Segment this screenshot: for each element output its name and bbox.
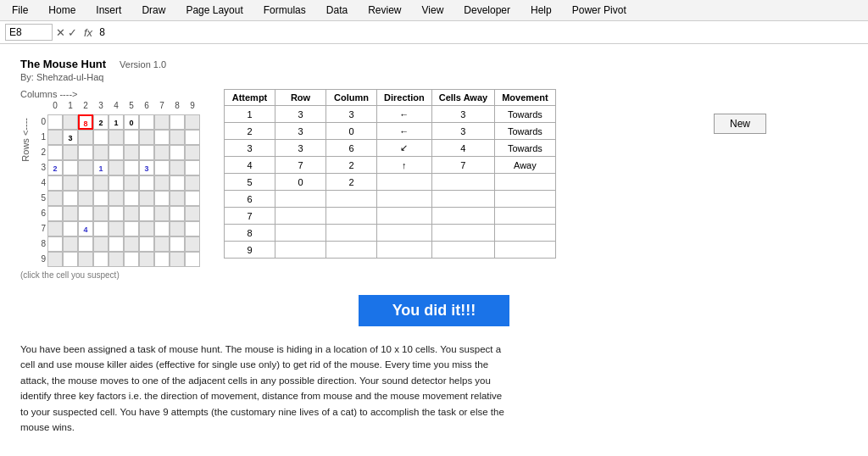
table-cell-r3-c3[interactable]: ↑ [377,157,432,174]
menu-review[interactable]: Review [363,3,406,18]
grid-cell-r5-c8[interactable] [170,191,185,206]
table-cell-r3-c0[interactable]: 4 [225,157,275,174]
table-cell-r5-c3[interactable] [377,191,432,208]
table-cell-r8-c5[interactable] [495,242,555,259]
table-cell-r4-c5[interactable] [495,174,555,191]
table-cell-r4-c0[interactable]: 5 [225,174,275,191]
grid-cell-r6-c3[interactable] [93,206,108,221]
table-cell-r4-c3[interactable] [377,174,432,191]
grid-cell-r5-c3[interactable] [93,191,108,206]
grid-cell-r2-c8[interactable] [170,145,185,160]
grid-cell-r9-c8[interactable] [170,252,185,267]
table-cell-r3-c4[interactable]: 7 [431,157,494,174]
menu-file[interactable]: File [7,3,33,18]
grid-cell-r9-c2[interactable] [78,252,93,267]
grid-cell-r9-c4[interactable] [108,252,124,267]
grid-cell-r6-c9[interactable] [185,206,200,221]
grid-cell-r4-c5[interactable] [124,175,139,191]
table-cell-r7-c3[interactable] [377,225,432,242]
grid-cell-r2-c6[interactable] [139,145,154,160]
grid-cell-r9-c0[interactable] [47,252,63,267]
table-cell-r0-c1[interactable]: 3 [275,106,326,123]
grid-cell-r3-c9[interactable] [185,160,200,175]
grid-cell-r2-c4[interactable] [108,145,124,160]
grid-cell-r3-c8[interactable] [170,160,185,175]
grid-cell-r6-c4[interactable] [108,206,124,221]
grid-cell-r0-c9[interactable] [185,114,200,130]
table-cell-r1-c4[interactable]: 3 [431,123,494,140]
grid-cell-r4-c8[interactable] [170,175,185,191]
grid-cell-r6-c0[interactable] [47,206,63,221]
grid-cell-r1-c6[interactable] [139,130,154,145]
menu-developer[interactable]: Developer [459,3,515,18]
grid-cell-r9-c3[interactable] [93,252,108,267]
table-cell-r8-c2[interactable] [326,242,377,259]
table-cell-r3-c5[interactable]: Away [495,157,555,174]
menu-powerpivot[interactable]: Power Pivot [567,3,632,18]
table-cell-r2-c4[interactable]: 4 [431,140,494,157]
grid-cell-r4-c3[interactable] [93,175,108,191]
grid-cell-r5-c0[interactable] [47,191,63,206]
grid-cell-r4-c4[interactable] [108,175,124,191]
grid-cell-r5-c1[interactable] [63,191,78,206]
grid-cell-r0-c4[interactable]: 1 [108,114,124,130]
table-cell-r8-c3[interactable] [377,242,432,259]
grid-cell-r7-c5[interactable] [124,221,139,236]
table-cell-r8-c0[interactable]: 9 [225,242,275,259]
grid-cell-r6-c5[interactable] [124,206,139,221]
grid-cell-r3-c1[interactable] [63,160,78,175]
grid-cell-r8-c2[interactable] [78,236,93,252]
table-cell-r2-c5[interactable]: Towards [495,140,555,157]
new-button[interactable]: New [714,114,766,134]
grid-cell-r0-c1[interactable] [63,114,78,130]
table-cell-r1-c3[interactable]: ← [377,123,432,140]
grid-cell-r4-c1[interactable] [63,175,78,191]
table-cell-r0-c2[interactable]: 3 [326,106,377,123]
grid-cell-r9-c7[interactable] [154,252,170,267]
table-cell-r2-c2[interactable]: 6 [326,140,377,157]
table-cell-r0-c5[interactable]: Towards [495,106,555,123]
grid-cell-r1-c1[interactable]: 3 [63,130,78,145]
grid-cell-r5-c2[interactable] [78,191,93,206]
grid-cell-r5-c5[interactable] [124,191,139,206]
table-cell-r5-c5[interactable] [495,191,555,208]
table-cell-r4-c1[interactable]: 0 [275,174,326,191]
table-cell-r2-c0[interactable]: 3 [225,140,275,157]
table-cell-r6-c5[interactable] [495,208,555,225]
grid-cell-r6-c7[interactable] [154,206,170,221]
table-cell-r6-c0[interactable]: 7 [225,208,275,225]
table-cell-r1-c0[interactable]: 2 [225,123,275,140]
grid-cell-r9-c5[interactable] [124,252,139,267]
grid-cell-r7-c4[interactable] [108,221,124,236]
table-cell-r7-c2[interactable] [326,225,377,242]
grid-cell-r3-c2[interactable] [78,160,93,175]
grid-cell-r3-c7[interactable] [154,160,170,175]
grid-cell-r0-c2[interactable]: 8 [78,114,93,130]
confirm-icon[interactable]: ✓ [68,26,77,39]
grid-cell-r1-c9[interactable] [185,130,200,145]
table-cell-r3-c1[interactable]: 7 [275,157,326,174]
grid-cell-r7-c2[interactable]: 4 [78,221,93,236]
grid-cell-r4-c0[interactable] [47,175,63,191]
table-cell-r6-c4[interactable] [431,208,494,225]
grid-cell-r1-c2[interactable] [78,130,93,145]
grid-cell-r2-c2[interactable] [78,145,93,160]
table-cell-r1-c2[interactable]: 0 [326,123,377,140]
cell-reference[interactable] [5,24,53,41]
grid-cell-r8-c9[interactable] [185,236,200,252]
table-cell-r0-c4[interactable]: 3 [431,106,494,123]
grid-cell-r7-c1[interactable] [63,221,78,236]
grid-cell-r8-c6[interactable] [139,236,154,252]
grid-cell-r1-c0[interactable] [47,130,63,145]
table-cell-r1-c1[interactable]: 3 [275,123,326,140]
grid-cell-r5-c6[interactable] [139,191,154,206]
grid-cell-r0-c6[interactable] [139,114,154,130]
grid-cell-r7-c8[interactable] [170,221,185,236]
grid-cell-r2-c0[interactable] [47,145,63,160]
grid-cell-r6-c8[interactable] [170,206,185,221]
grid-cell-r4-c6[interactable] [139,175,154,191]
grid-cell-r2-c7[interactable] [154,145,170,160]
menu-help[interactable]: Help [526,3,557,18]
table-cell-r5-c4[interactable] [431,191,494,208]
grid-cell-r2-c1[interactable] [63,145,78,160]
